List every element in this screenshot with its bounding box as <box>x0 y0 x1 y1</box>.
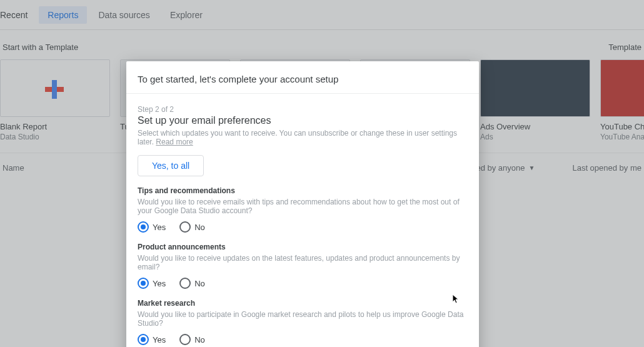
yes-to-all-button[interactable]: Yes, to all <box>138 155 204 176</box>
radio-unselected-icon <box>179 334 191 345</box>
pref-tips-yes[interactable]: Yes <box>138 221 166 233</box>
pref-market-yes[interactable]: Yes <box>138 334 166 345</box>
pref-product-yes[interactable]: Yes <box>138 278 166 289</box>
pref-tips: Tips and recommendations Would you like … <box>138 186 468 233</box>
radio-selected-icon <box>138 278 149 289</box>
pref-product: Product announcements Would you like to … <box>138 243 468 289</box>
dialog-step: Step 2 of 2 <box>138 105 468 114</box>
radio-unselected-icon <box>179 278 191 289</box>
pref-tips-no[interactable]: No <box>179 221 205 233</box>
read-more-link[interactable]: Read more <box>156 138 193 146</box>
radio-selected-icon <box>138 221 149 233</box>
pref-market: Market research Would you like to partic… <box>138 299 468 345</box>
dialog-subdesc: Select which updates you want to receive… <box>138 129 468 146</box>
pref-market-no[interactable]: No <box>179 334 205 345</box>
dialog-subtitle: Set up your email preferences <box>138 115 468 126</box>
radio-unselected-icon <box>179 221 191 233</box>
radio-selected-icon <box>138 334 149 345</box>
dialog-title: To get started, let's complete your acco… <box>138 74 468 84</box>
pref-product-no[interactable]: No <box>179 278 205 289</box>
account-setup-dialog: To get started, let's complete your acco… <box>126 61 479 347</box>
